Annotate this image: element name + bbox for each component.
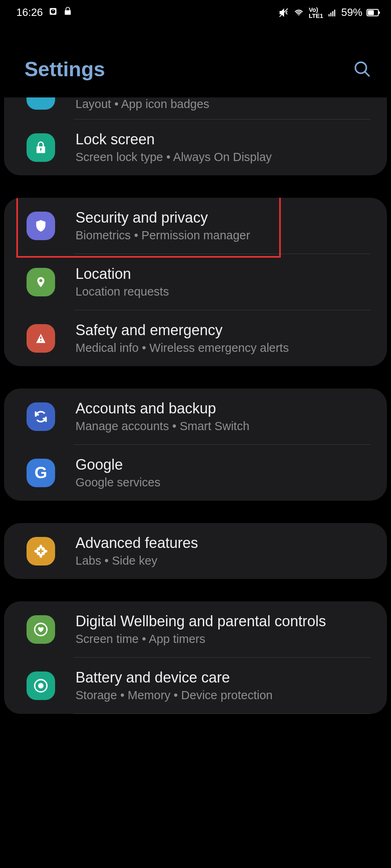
status-left: 16:26 (16, 6, 72, 19)
item-text: Layout • App icon badges (76, 97, 375, 111)
item-text: Google Google services (76, 456, 375, 489)
item-title: Digital Wellbeing and parental controls (76, 613, 375, 630)
signal-icon (327, 8, 337, 17)
search-icon (353, 60, 372, 79)
item-title: Lock screen (76, 131, 375, 148)
home-icon (27, 97, 55, 110)
shield-icon (27, 212, 55, 240)
wifi-icon (293, 8, 304, 17)
svg-rect-7 (334, 9, 335, 16)
settings-item-wellbeing[interactable]: Digital Wellbeing and parental controls … (4, 601, 387, 657)
status-bar: 16:26 Vo)LTE1 59% (0, 0, 391, 25)
item-subtitle: Screen lock type • Always On Display (76, 150, 375, 164)
item-text: Location Location requests (76, 265, 375, 298)
settings-item-location[interactable]: Location Location requests (4, 254, 387, 310)
settings-group: Accounts and backup Manage accounts • Sm… (4, 389, 387, 501)
status-time: 16:26 (16, 6, 43, 19)
item-subtitle: Google services (76, 476, 375, 489)
settings-item-google[interactable]: G Google Google services (4, 445, 387, 501)
svg-line-9 (365, 72, 370, 77)
alert-icon (27, 324, 55, 353)
sync-icon (27, 402, 55, 431)
svg-rect-4 (329, 14, 330, 16)
settings-item-lock-screen[interactable]: Lock screen Screen lock type • Always On… (4, 119, 387, 175)
settings-item-accounts[interactable]: Accounts and backup Manage accounts • Sm… (4, 389, 387, 444)
item-text: Safety and emergency Medical info • Wire… (76, 322, 375, 355)
settings-item-home[interactable]: Layout • App icon badges (4, 97, 387, 119)
g-icon: G (27, 459, 55, 487)
item-title: Security and privacy (76, 209, 375, 226)
settings-group: Security and privacy Biometrics • Permis… (4, 198, 387, 366)
settings-list: Layout • App icon badges Lock screen Scr… (0, 97, 391, 714)
item-subtitle: Location requests (76, 285, 375, 298)
svg-rect-5 (330, 13, 331, 16)
pin-icon (27, 268, 55, 296)
svg-point-12 (38, 683, 43, 688)
item-text: Digital Wellbeing and parental controls … (76, 613, 375, 646)
svg-rect-6 (332, 11, 333, 16)
svg-point-8 (355, 62, 367, 73)
divider (73, 713, 371, 714)
item-title: Location (76, 265, 375, 283)
status-right: Vo)LTE1 59% (278, 6, 379, 19)
settings-group: Layout • App icon badges Lock screen Scr… (4, 97, 387, 175)
lock-icon (63, 6, 72, 19)
settings-group: Digital Wellbeing and parental controls … (4, 601, 387, 714)
heart-circle-icon (27, 615, 55, 644)
settings-group: Advanced features Labs • Side key (4, 523, 387, 579)
item-subtitle: Labs • Side key (76, 554, 375, 568)
item-subtitle: Layout • App icon badges (76, 97, 375, 111)
item-title: Safety and emergency (76, 322, 375, 339)
settings-item-advanced[interactable]: Advanced features Labs • Side key (4, 523, 387, 579)
settings-item-battery[interactable]: Battery and device care Storage • Memory… (4, 658, 387, 713)
page-title: Settings (24, 57, 105, 81)
item-subtitle: Biometrics • Permission manager (76, 229, 375, 242)
item-subtitle: Manage accounts • Smart Switch (76, 420, 375, 433)
settings-header: Settings (0, 25, 391, 97)
item-title: Google (76, 456, 375, 473)
item-text: Battery and device care Storage • Memory… (76, 669, 375, 702)
item-text: Accounts and backup Manage accounts • Sm… (76, 400, 375, 433)
item-text: Security and privacy Biometrics • Permis… (76, 209, 375, 242)
plus-gear-icon (27, 537, 55, 565)
item-subtitle: Medical info • Wireless emergency alerts (76, 341, 375, 355)
volte-icon: Vo)LTE1 (309, 7, 323, 19)
item-text: Lock screen Screen lock type • Always On… (76, 131, 375, 164)
clock-icon (49, 6, 58, 19)
item-text: Advanced features Labs • Side key (76, 534, 375, 568)
svg-point-2 (53, 10, 54, 11)
item-subtitle: Screen time • App timers (76, 632, 375, 646)
battery-icon (367, 9, 379, 16)
settings-item-safety[interactable]: Safety and emergency Medical info • Wire… (4, 310, 387, 366)
item-title: Advanced features (76, 534, 375, 552)
settings-item-security-privacy[interactable]: Security and privacy Biometrics • Permis… (4, 198, 387, 254)
item-title: Accounts and backup (76, 400, 375, 417)
target-icon (27, 671, 55, 700)
lock-screen-icon (27, 133, 55, 162)
item-title: Battery and device care (76, 669, 375, 686)
item-subtitle: Storage • Memory • Device protection (76, 689, 375, 702)
battery-percent: 59% (341, 6, 362, 19)
mute-vibrate-icon (278, 8, 289, 18)
search-button[interactable] (352, 59, 373, 80)
